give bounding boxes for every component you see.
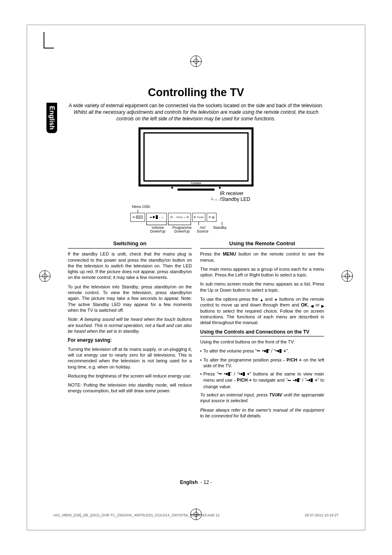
t: to navigate and " (252, 378, 288, 382)
panel-menu-button: MENU (130, 213, 145, 222)
footer-filename: A01_MB65_[GB]_(IB_QSG)_DVB-TC_(3910UK_46… (53, 513, 219, 517)
bullet: • To alter the programme position press … (200, 357, 324, 369)
t: " / " (230, 371, 239, 376)
volume-up-icon: + (275, 348, 286, 354)
page-title: Controlling the TV (68, 86, 324, 99)
menu-osd-label: Menu OSD (132, 205, 262, 209)
controls-connections-heading: Using the Controls and Connections on th… (200, 329, 324, 337)
switching-on-heading: Switching on (68, 240, 192, 249)
tv-base: TOSHIBA (138, 187, 254, 191)
panel-menu-text: MENU (136, 216, 143, 219)
para: To select an external input, press TV/AV… (200, 392, 324, 404)
registration-mark (39, 270, 51, 282)
para: Using the control buttons on the front o… (200, 339, 324, 345)
volume-up-icon: + (307, 377, 318, 383)
tv-diagram: TOSHIBA └→ IR receiver /Standby LED Menu… (130, 127, 262, 234)
tvav-bold: TV/AV (269, 392, 282, 397)
volume-down-icon (219, 371, 230, 377)
volume-label: Volume Down/Up (148, 226, 168, 234)
ir-callout: └→ IR receiver /Standby LED (130, 191, 262, 202)
volume-up-icon: + (239, 371, 250, 377)
panel-tvav-button: TV/AV (192, 213, 205, 222)
panel-tvav-text: TV/AV (197, 216, 204, 219)
arrow-right-icon: └→ (210, 197, 218, 202)
t: To alter the volume press " (203, 348, 257, 353)
panel-volume-buttons: −+ (146, 213, 167, 222)
triangle-up-icon (260, 297, 263, 302)
source-label: AV/ Source (196, 226, 209, 234)
pch-bold: - P/CH + (234, 378, 251, 382)
t: and (263, 297, 274, 302)
bullet: • To alter the volume press " " / " +". (200, 348, 324, 354)
para: To put the television into Standby, pres… (68, 284, 192, 313)
t: or (314, 302, 321, 307)
left-column: Switching on If the standby LED is unlit… (68, 240, 192, 422)
energy-saving-heading: For energy saving: (68, 337, 192, 344)
programme-label: Programme Down/Up (171, 226, 194, 234)
triangle-right-icon (321, 303, 324, 308)
crop-mark (44, 32, 54, 48)
t: " / " (268, 348, 275, 353)
t: ". (286, 348, 289, 353)
para: If the standby LED is unlit, check that … (68, 251, 192, 280)
volume-down-icon (288, 377, 299, 383)
menu-bold: MENU (223, 251, 236, 256)
ir-label: IR receiver /Standby LED (220, 191, 262, 202)
t: To select an external input, press (200, 392, 269, 397)
tv-brand-label: TOSHIBA (191, 182, 201, 184)
standby-label: Standby (212, 226, 228, 234)
para: Reducing the brightness of the screen wi… (68, 373, 192, 379)
t: Press " (203, 371, 219, 376)
note-para: Note: A beeping sound will be heard when… (68, 316, 192, 334)
para: Please always refer to the owner's manua… (200, 407, 324, 419)
right-column: Using the Remote Control Press the MENU … (200, 240, 324, 422)
panel-pch-buttons: − P/CH + (168, 213, 191, 222)
panel-standby-button: ⏻ (207, 213, 217, 222)
para: To use the options press the and buttons… (200, 296, 324, 325)
t: Press the (200, 251, 223, 256)
triangle-down-icon (274, 297, 278, 302)
para: Press the MENU button on the remote cont… (200, 251, 324, 263)
registration-mark (341, 270, 353, 282)
footer-lang: English (180, 479, 198, 485)
panel-pch-text: P/CH (177, 216, 182, 219)
tv-screen (143, 132, 249, 182)
intro-plain: A wide variety of external equipment can… (69, 103, 323, 108)
intro-italic: Whilst all the necessary adjustments and… (74, 109, 318, 122)
t: buttons to select the required choice. F… (200, 309, 324, 325)
para: In sub menu screen mode the menu appears… (200, 281, 324, 293)
para: NOTE: Putting the television into standb… (68, 382, 192, 394)
registration-mark (190, 55, 202, 67)
footer-page-num: - 12 - (201, 479, 212, 485)
control-panel-diagram: Menu OSD MENU −+ − P/CH + (130, 205, 262, 234)
intro-text: A wide variety of external equipment can… (68, 102, 324, 122)
t: To use the options press the (200, 297, 260, 302)
tv-frame (138, 127, 254, 187)
t: To alter the programme position press (203, 357, 284, 362)
para: Turning the television off at its mains … (68, 346, 192, 370)
power-icon: ⏻ (212, 216, 214, 219)
para: The main menu appears as a group of icon… (200, 266, 324, 278)
page-footer: English - 12 - (0, 479, 392, 485)
footer-date: 28.07.2012 10:19:27 (304, 513, 339, 517)
remote-control-heading: Using the Remote Control (200, 240, 324, 249)
bullet: • Press " " / " +" buttons at the same t… (200, 371, 324, 389)
language-tab: English (46, 103, 57, 133)
pch-bold: - P/CH + (283, 357, 302, 362)
t: " / " (299, 378, 307, 382)
ok-bold: OK (301, 302, 308, 307)
footer-meta: A01_MB65_[GB]_(IB_QSG)_DVB-TC_(3910UK_46… (53, 513, 339, 517)
volume-down-icon (257, 348, 268, 354)
tv-foot (178, 189, 214, 191)
